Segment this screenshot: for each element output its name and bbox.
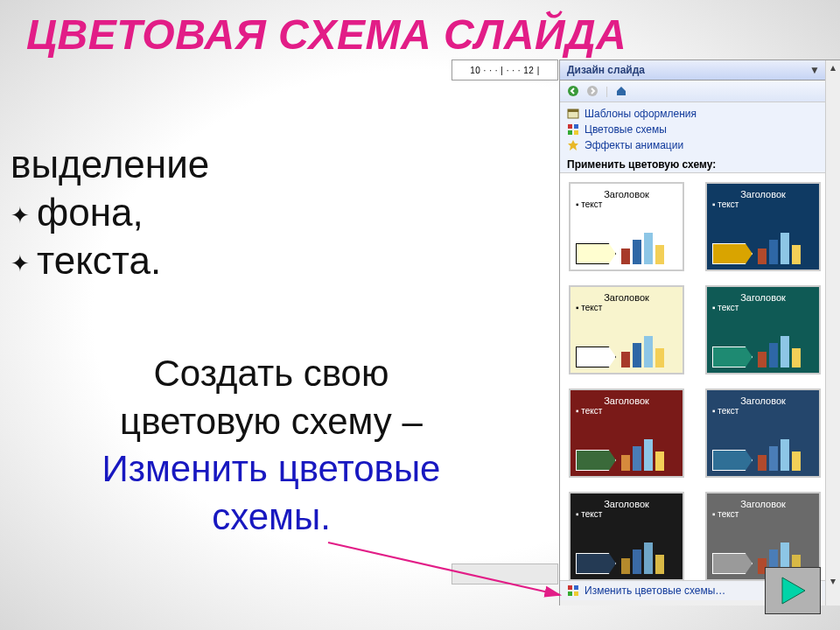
scheme-bullet: текст: [576, 200, 677, 209]
home-icon[interactable]: [615, 85, 627, 97]
scheme-bullet: текст: [712, 406, 814, 416]
schemes-icon: [567, 123, 579, 136]
pentagon-icon: [576, 450, 616, 471]
pentagon-icon: [576, 243, 616, 264]
scheme-title: Заголовок: [576, 189, 677, 200]
ruler-stub: 10 · · · | · · · 12 |: [452, 60, 558, 80]
svg-rect-9: [568, 585, 572, 590]
lead-text: выделение: [10, 140, 209, 188]
scheme-title: Заголовок: [576, 499, 677, 509]
scheme-thumbnail[interactable]: Заголовоктекст: [569, 182, 684, 271]
para-line: цветовую схему –: [120, 401, 423, 442]
svg-marker-8: [568, 140, 578, 150]
scheme-bullet: текст: [576, 406, 677, 416]
scheme-bullet: текст: [712, 303, 814, 312]
scroll-down-icon[interactable]: ▾: [828, 576, 838, 586]
svg-rect-6: [568, 130, 572, 135]
scheme-bullet: текст: [712, 509, 814, 519]
scheme-thumbnail[interactable]: Заголовоктекст: [705, 285, 821, 374]
scroll-up-icon[interactable]: ▴: [828, 62, 838, 73]
scheme-title: Заголовок: [712, 396, 814, 406]
task-pane-header[interactable]: Дизайн слайда ▼ ×: [560, 60, 840, 80]
play-icon: [777, 575, 808, 606]
templates-icon: [567, 108, 579, 120]
link-color-schemes[interactable]: Цветовые схемы: [567, 122, 833, 137]
svg-rect-4: [568, 124, 572, 129]
link-animation[interactable]: Эффекты анимации: [567, 137, 833, 153]
bar-chart-icon: [621, 539, 664, 574]
link-label: Цветовые схемы: [584, 123, 667, 136]
slide-paragraph: Создать свою цветовую схему – Изменить ц…: [52, 350, 490, 541]
next-slide-button[interactable]: [765, 567, 821, 614]
scheme-thumbnail[interactable]: Заголовоктекст: [569, 388, 684, 478]
svg-rect-10: [574, 585, 578, 590]
bar-chart-icon: [758, 436, 801, 471]
scheme-bullet: текст: [712, 200, 814, 209]
pentagon-icon: [712, 450, 752, 471]
edit-schemes-label: Изменить цветовые: [102, 448, 441, 489]
scheme-thumbnail[interactable]: Заголовоктекст: [569, 285, 684, 374]
scheme-art: [712, 436, 814, 471]
para-line: Создать свою: [154, 353, 389, 394]
pentagon-icon: [712, 346, 752, 368]
edit-schemes-label: схемы.: [212, 496, 331, 537]
footer-link-label: Изменить цветовые схемы…: [584, 584, 725, 597]
scheme-art: [576, 332, 677, 368]
scheme-art: [712, 332, 814, 368]
bar-chart-icon: [758, 229, 801, 264]
scheme-thumbnail[interactable]: Заголовоктекст: [569, 492, 684, 581]
task-pane-title: Дизайн слайда: [567, 64, 645, 76]
pentagon-icon: [712, 243, 752, 264]
svg-point-0: [568, 86, 578, 96]
link-label: Шаблоны оформления: [584, 108, 696, 120]
scheme-bullet: текст: [576, 509, 677, 519]
scheme-title: Заголовок: [712, 189, 814, 200]
back-icon[interactable]: [567, 85, 579, 97]
dropdown-icon[interactable]: ▼: [809, 64, 820, 76]
bar-chart-icon: [621, 332, 664, 368]
pentagon-icon: [712, 553, 752, 574]
scheme-title: Заголовок: [712, 499, 814, 509]
svg-marker-14: [782, 578, 805, 604]
svg-rect-12: [574, 592, 578, 596]
svg-rect-5: [574, 124, 578, 129]
bar-chart-icon: [621, 229, 664, 264]
bar-chart-icon: [758, 332, 801, 368]
svg-rect-11: [568, 592, 572, 596]
scheme-art: [712, 229, 814, 264]
pentagon-icon: [576, 553, 616, 574]
forward-icon[interactable]: [586, 85, 598, 97]
pentagon-icon: [576, 346, 616, 368]
scheme-art: [576, 229, 677, 264]
svg-point-1: [587, 86, 598, 96]
bullet-item: текста.: [10, 236, 209, 284]
svg-rect-3: [568, 109, 578, 112]
link-templates[interactable]: Шаблоны оформления: [567, 106, 833, 122]
apply-scheme-heading: Применить цветовую схему:: [567, 158, 833, 171]
scheme-thumbnail[interactable]: Заголовоктекст: [705, 182, 821, 271]
task-pane-design: Дизайн слайда ▼ × | Шаблоны оформления Ц…: [559, 60, 840, 606]
task-pane-toolbar: |: [560, 80, 840, 102]
scheme-scrollbar[interactable]: ▴ ▾: [825, 60, 840, 606]
task-pane-links: Шаблоны оформления Цветовые схемы Эффект…: [560, 102, 840, 173]
bullet-item: фона,: [10, 188, 209, 236]
scheme-thumbnail[interactable]: Заголовоктекст: [705, 388, 821, 478]
bar-chart-icon: [621, 436, 664, 471]
scheme-title: Заголовок: [576, 396, 677, 406]
link-label: Эффекты анимации: [584, 139, 683, 151]
scheme-title: Заголовок: [576, 292, 677, 303]
scrollbar-stub: [452, 564, 558, 584]
scheme-art: [576, 539, 677, 574]
slide-title: ЦВЕТОВАЯ СХЕМА СЛАЙДА: [26, 10, 626, 59]
scheme-bullet: текст: [576, 303, 677, 312]
scheme-art: [576, 436, 677, 471]
svg-rect-7: [574, 130, 578, 135]
edit-icon: [567, 584, 579, 597]
scheme-title: Заголовок: [712, 292, 814, 303]
slide-text-block: выделение фона, текста.: [10, 140, 209, 284]
scheme-grid: ЗаголовоктекстЗаголовоктекстЗаголовоктек…: [560, 173, 840, 581]
animation-icon: [567, 139, 579, 151]
